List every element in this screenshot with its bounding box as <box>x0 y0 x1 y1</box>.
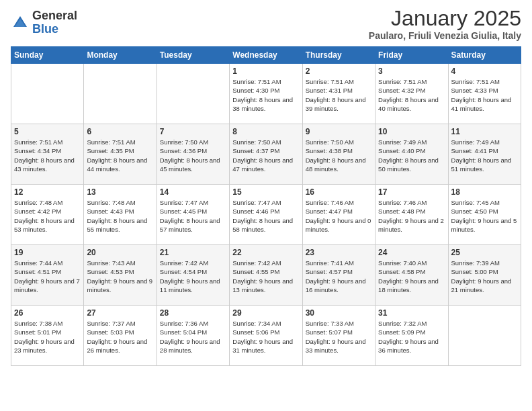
day-info: Sunrise: 7:51 AM Sunset: 4:30 PM Dayligh… <box>232 77 299 113</box>
calendar-day-cell: 27Sunrise: 7:37 AM Sunset: 5:03 PM Dayli… <box>84 306 157 366</box>
day-number: 3 <box>378 66 445 76</box>
day-number: 28 <box>160 308 226 318</box>
day-number: 13 <box>87 187 153 197</box>
calendar-day-cell: 10Sunrise: 7:49 AM Sunset: 4:40 PM Dayli… <box>375 124 448 185</box>
logo-text: General Blue <box>32 9 77 36</box>
day-info: Sunrise: 7:43 AM Sunset: 4:53 PM Dayligh… <box>87 259 153 294</box>
calendar-day-cell: 23Sunrise: 7:41 AM Sunset: 4:57 PM Dayli… <box>302 245 375 306</box>
day-number: 29 <box>232 308 299 318</box>
title-block: January 2025 Paularo, Friuli Venezia Giu… <box>369 7 521 41</box>
calendar-day-cell: 14Sunrise: 7:47 AM Sunset: 4:45 PM Dayli… <box>157 185 229 245</box>
day-info: Sunrise: 7:49 AM Sunset: 4:40 PM Dayligh… <box>378 138 445 173</box>
calendar-week-row: 26Sunrise: 7:38 AM Sunset: 5:01 PM Dayli… <box>11 306 521 366</box>
day-number: 25 <box>451 248 518 257</box>
header: General Blue January 2025 Paularo, Friul… <box>11 7 521 41</box>
day-info: Sunrise: 7:46 AM Sunset: 4:48 PM Dayligh… <box>378 198 445 234</box>
day-number: 27 <box>87 308 153 318</box>
calendar-day-cell: 30Sunrise: 7:33 AM Sunset: 5:07 PM Dayli… <box>302 306 375 366</box>
day-info: Sunrise: 7:44 AM Sunset: 4:51 PM Dayligh… <box>14 259 81 294</box>
day-number: 22 <box>232 248 299 257</box>
day-info: Sunrise: 7:49 AM Sunset: 4:41 PM Dayligh… <box>451 138 518 173</box>
logo: General Blue <box>11 9 77 36</box>
day-number: 6 <box>87 127 153 136</box>
calendar-day-cell <box>11 64 84 124</box>
day-number: 14 <box>160 187 226 197</box>
day-number: 1 <box>232 66 299 76</box>
calendar-day-cell: 19Sunrise: 7:44 AM Sunset: 4:51 PM Dayli… <box>11 245 84 306</box>
weekday-header-row: SundayMondayTuesdayWednesdayThursdayFrid… <box>11 47 521 64</box>
day-info: Sunrise: 7:47 AM Sunset: 4:46 PM Dayligh… <box>232 198 299 234</box>
day-number: 18 <box>451 187 518 197</box>
calendar-week-row: 1Sunrise: 7:51 AM Sunset: 4:30 PM Daylig… <box>11 64 521 124</box>
day-number: 15 <box>232 187 299 197</box>
calendar-day-cell: 18Sunrise: 7:45 AM Sunset: 4:50 PM Dayli… <box>448 185 521 245</box>
calendar-day-cell: 2Sunrise: 7:51 AM Sunset: 4:31 PM Daylig… <box>302 64 375 124</box>
calendar-day-cell: 15Sunrise: 7:47 AM Sunset: 4:46 PM Dayli… <box>230 185 302 245</box>
calendar-day-cell <box>448 306 521 366</box>
weekday-header-cell: Wednesday <box>230 47 302 64</box>
calendar-day-cell: 25Sunrise: 7:39 AM Sunset: 5:00 PM Dayli… <box>448 245 521 306</box>
day-info: Sunrise: 7:51 AM Sunset: 4:33 PM Dayligh… <box>451 77 518 113</box>
day-info: Sunrise: 7:36 AM Sunset: 5:04 PM Dayligh… <box>160 319 226 355</box>
page: General Blue January 2025 Paularo, Friul… <box>0 0 532 377</box>
calendar-day-cell: 24Sunrise: 7:40 AM Sunset: 4:58 PM Dayli… <box>375 245 448 306</box>
calendar-day-cell <box>157 64 229 124</box>
day-info: Sunrise: 7:41 AM Sunset: 4:57 PM Dayligh… <box>306 259 372 294</box>
logo-blue: Blue <box>32 23 77 36</box>
calendar-day-cell: 1Sunrise: 7:51 AM Sunset: 4:30 PM Daylig… <box>230 64 302 124</box>
calendar-day-cell: 22Sunrise: 7:42 AM Sunset: 4:55 PM Dayli… <box>230 245 302 306</box>
day-info: Sunrise: 7:51 AM Sunset: 4:31 PM Dayligh… <box>306 77 372 113</box>
day-info: Sunrise: 7:37 AM Sunset: 5:03 PM Dayligh… <box>87 319 153 355</box>
day-number: 24 <box>378 248 445 257</box>
calendar-day-cell: 20Sunrise: 7:43 AM Sunset: 4:53 PM Dayli… <box>84 245 157 306</box>
location-title: Paularo, Friuli Venezia Giulia, Italy <box>369 30 521 41</box>
day-number: 19 <box>14 248 81 257</box>
day-info: Sunrise: 7:34 AM Sunset: 5:06 PM Dayligh… <box>232 319 299 355</box>
day-info: Sunrise: 7:50 AM Sunset: 4:38 PM Dayligh… <box>306 138 372 173</box>
day-number: 17 <box>378 187 445 197</box>
weekday-header-cell: Tuesday <box>157 47 229 64</box>
day-number: 2 <box>306 66 372 76</box>
calendar-day-cell: 4Sunrise: 7:51 AM Sunset: 4:33 PM Daylig… <box>448 64 521 124</box>
calendar-day-cell <box>84 64 157 124</box>
day-number: 21 <box>160 248 226 257</box>
day-number: 5 <box>14 127 81 136</box>
day-info: Sunrise: 7:50 AM Sunset: 4:36 PM Dayligh… <box>160 138 226 173</box>
month-title: January 2025 <box>369 7 521 30</box>
calendar-week-row: 19Sunrise: 7:44 AM Sunset: 4:51 PM Dayli… <box>11 245 521 306</box>
calendar-day-cell: 13Sunrise: 7:48 AM Sunset: 4:43 PM Dayli… <box>84 185 157 245</box>
weekday-header-cell: Thursday <box>302 47 375 64</box>
calendar-day-cell: 6Sunrise: 7:51 AM Sunset: 4:35 PM Daylig… <box>84 124 157 185</box>
day-info: Sunrise: 7:48 AM Sunset: 4:43 PM Dayligh… <box>87 198 153 234</box>
day-number: 26 <box>14 308 81 318</box>
day-number: 20 <box>87 248 153 257</box>
calendar-day-cell: 11Sunrise: 7:49 AM Sunset: 4:41 PM Dayli… <box>448 124 521 185</box>
calendar-day-cell: 31Sunrise: 7:32 AM Sunset: 5:09 PM Dayli… <box>375 306 448 366</box>
logo-general: General <box>32 9 77 23</box>
weekday-header-cell: Friday <box>375 47 448 64</box>
day-info: Sunrise: 7:42 AM Sunset: 4:55 PM Dayligh… <box>232 259 299 294</box>
calendar-day-cell: 28Sunrise: 7:36 AM Sunset: 5:04 PM Dayli… <box>157 306 229 366</box>
day-info: Sunrise: 7:46 AM Sunset: 4:47 PM Dayligh… <box>306 198 372 234</box>
day-number: 30 <box>306 308 372 318</box>
calendar-day-cell: 26Sunrise: 7:38 AM Sunset: 5:01 PM Dayli… <box>11 306 84 366</box>
calendar-day-cell: 12Sunrise: 7:48 AM Sunset: 4:42 PM Dayli… <box>11 185 84 245</box>
logo-icon <box>11 13 30 32</box>
weekday-header-cell: Saturday <box>448 47 521 64</box>
calendar-day-cell: 7Sunrise: 7:50 AM Sunset: 4:36 PM Daylig… <box>157 124 229 185</box>
calendar-day-cell: 8Sunrise: 7:50 AM Sunset: 4:37 PM Daylig… <box>230 124 302 185</box>
calendar-day-cell: 29Sunrise: 7:34 AM Sunset: 5:06 PM Dayli… <box>230 306 302 366</box>
calendar-day-cell: 9Sunrise: 7:50 AM Sunset: 4:38 PM Daylig… <box>302 124 375 185</box>
day-info: Sunrise: 7:48 AM Sunset: 4:42 PM Dayligh… <box>14 198 81 234</box>
day-info: Sunrise: 7:39 AM Sunset: 5:00 PM Dayligh… <box>451 259 518 294</box>
day-info: Sunrise: 7:32 AM Sunset: 5:09 PM Dayligh… <box>378 319 445 355</box>
day-number: 31 <box>378 308 445 318</box>
day-info: Sunrise: 7:45 AM Sunset: 4:50 PM Dayligh… <box>451 198 518 234</box>
weekday-header-cell: Sunday <box>11 47 84 64</box>
calendar-week-row: 5Sunrise: 7:51 AM Sunset: 4:34 PM Daylig… <box>11 124 521 185</box>
calendar-day-cell: 21Sunrise: 7:42 AM Sunset: 4:54 PM Dayli… <box>157 245 229 306</box>
day-number: 8 <box>232 127 299 136</box>
day-number: 23 <box>306 248 372 257</box>
calendar-day-cell: 3Sunrise: 7:51 AM Sunset: 4:32 PM Daylig… <box>375 64 448 124</box>
calendar-week-row: 12Sunrise: 7:48 AM Sunset: 4:42 PM Dayli… <box>11 185 521 245</box>
